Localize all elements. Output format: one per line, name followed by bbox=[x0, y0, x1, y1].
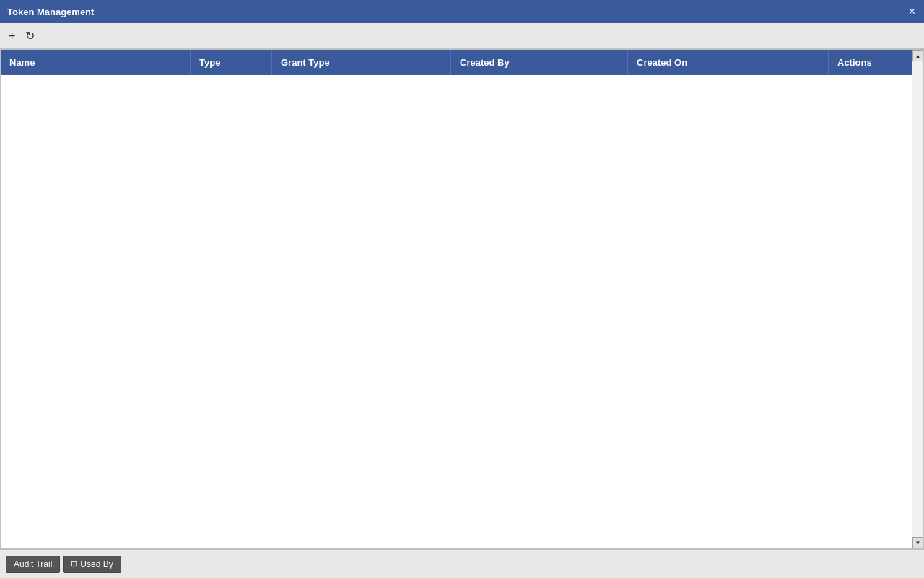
audit-trail-label: Audit Trail bbox=[14, 559, 52, 569]
col-header-grant-type: Grant Type bbox=[272, 50, 451, 75]
audit-trail-button[interactable]: Audit Trail bbox=[6, 556, 60, 573]
col-header-actions: Actions bbox=[829, 50, 923, 75]
used-by-icon: ⊞ bbox=[71, 559, 77, 569]
scrollbar: ▲ ▼ bbox=[912, 50, 923, 548]
token-management-window: Token Management × + ↻ Name Type Grant T… bbox=[0, 0, 924, 578]
col-header-created-on: Created On bbox=[628, 50, 829, 75]
add-button[interactable]: + bbox=[6, 28, 18, 44]
toolbar: + ↻ bbox=[0, 23, 924, 49]
footer: Audit Trail ⊞ Used By bbox=[0, 549, 924, 578]
title-bar: Token Management × bbox=[0, 0, 924, 23]
scroll-track[interactable] bbox=[912, 61, 923, 537]
col-header-name: Name bbox=[1, 50, 191, 75]
table-body bbox=[1, 75, 923, 548]
col-header-type: Type bbox=[191, 50, 272, 75]
col-header-created-by: Created By bbox=[451, 50, 628, 75]
scroll-down-button[interactable]: ▼ bbox=[912, 537, 924, 548]
table-header: Name Type Grant Type Created By Created … bbox=[1, 50, 923, 75]
used-by-button[interactable]: ⊞ Used By bbox=[63, 556, 121, 573]
scroll-up-button[interactable]: ▲ bbox=[912, 50, 924, 61]
close-button[interactable]: × bbox=[907, 6, 917, 17]
main-content: Name Type Grant Type Created By Created … bbox=[0, 49, 924, 549]
table-container: Name Type Grant Type Created By Created … bbox=[1, 50, 923, 548]
used-by-label: Used By bbox=[80, 559, 113, 569]
refresh-button[interactable]: ↻ bbox=[22, 27, 38, 44]
window-title: Token Management bbox=[7, 7, 94, 17]
